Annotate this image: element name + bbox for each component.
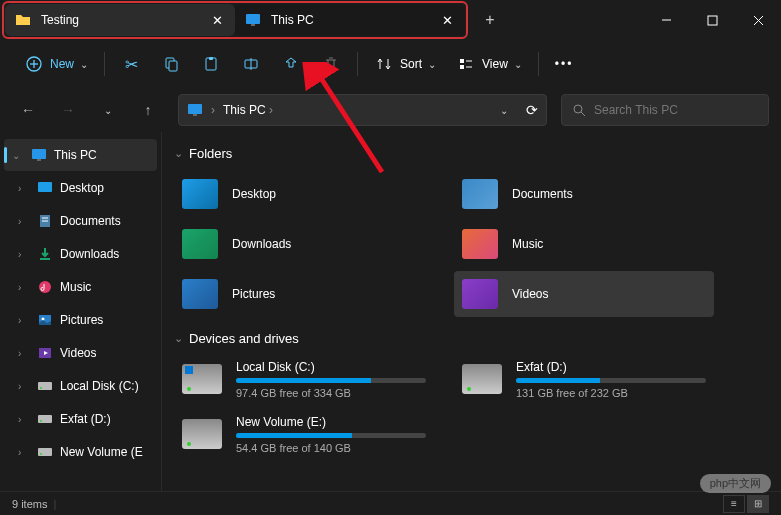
folder-label: Music: [512, 237, 543, 251]
recent-button[interactable]: ⌄: [92, 94, 124, 126]
statusbar: 9 items | ≡ ⊞: [0, 491, 781, 515]
svg-rect-10: [169, 61, 177, 71]
sidebar-item-music[interactable]: › Music: [4, 271, 157, 303]
minimize-button[interactable]: [643, 0, 689, 40]
chevron-icon[interactable]: ›: [18, 414, 30, 425]
sidebar-item-videos[interactable]: › Videos: [4, 337, 157, 369]
tree-label: This PC: [54, 148, 97, 162]
group-label: Devices and drives: [189, 331, 299, 346]
sort-label: Sort: [400, 57, 422, 71]
tiles-view-button[interactable]: ⊞: [747, 495, 769, 513]
chevron-icon[interactable]: ›: [18, 381, 30, 392]
downloads-icon: [36, 245, 54, 263]
sidebar-item-downloads[interactable]: › Downloads: [4, 238, 157, 270]
search-bar[interactable]: [561, 94, 769, 126]
desktop-icon: [36, 179, 54, 197]
sidebar-item-local-disk-c-[interactable]: › Local Disk (C:): [4, 370, 157, 402]
sort-button[interactable]: Sort ⌄: [366, 46, 444, 82]
chevron-icon[interactable]: ›: [18, 447, 30, 458]
folder-documents[interactable]: Documents: [454, 171, 714, 217]
folder-label: Desktop: [232, 187, 276, 201]
address-bar[interactable]: › This PC › ⌄ ⟳: [178, 94, 547, 126]
folder-icon: [462, 229, 498, 259]
chevron-down-icon: ⌄: [174, 147, 183, 160]
up-button[interactable]: ↑: [132, 94, 164, 126]
search-input[interactable]: [594, 103, 758, 117]
close-icon[interactable]: ✕: [439, 12, 455, 28]
svg-rect-36: [38, 415, 52, 423]
folder-label: Downloads: [232, 237, 291, 251]
sidebar-item-exfat-d-[interactable]: › Exfat (D:): [4, 403, 157, 435]
more-button[interactable]: •••: [547, 46, 582, 82]
drive-icon: [182, 364, 222, 394]
sidebar-item-new-volume-e-[interactable]: › New Volume (E: [4, 436, 157, 468]
folder-label: Pictures: [232, 287, 275, 301]
copy-button[interactable]: [153, 46, 189, 82]
separator-icon: ›: [211, 103, 215, 117]
sidebar-item-this-pc[interactable]: ⌄ This PC: [4, 139, 157, 171]
chevron-icon[interactable]: ›: [18, 348, 30, 359]
item-count: 9 items: [12, 498, 47, 510]
chevron-icon[interactable]: ›: [18, 282, 30, 293]
refresh-button[interactable]: ⟳: [526, 102, 538, 118]
chevron-down-icon: ⌄: [174, 332, 183, 345]
chevron-icon[interactable]: ⌄: [12, 150, 24, 161]
close-button[interactable]: [735, 0, 781, 40]
tree-label: Pictures: [60, 313, 103, 327]
view-icon: [456, 54, 476, 74]
view-button[interactable]: View ⌄: [448, 46, 530, 82]
folder-desktop[interactable]: Desktop: [174, 171, 434, 217]
cut-button[interactable]: ✂: [113, 46, 149, 82]
sidebar-item-pictures[interactable]: › Pictures: [4, 304, 157, 336]
close-icon[interactable]: ✕: [209, 12, 225, 28]
new-tab-button[interactable]: +: [470, 11, 510, 29]
view-label: View: [482, 57, 508, 71]
tab-testing[interactable]: Testing ✕: [5, 4, 235, 36]
tab-this-pc[interactable]: This PC ✕: [235, 4, 465, 36]
svg-point-30: [39, 281, 51, 293]
folder-music[interactable]: Music: [454, 221, 714, 267]
folder-downloads[interactable]: Downloads: [174, 221, 434, 267]
svg-point-35: [40, 387, 42, 389]
chevron-icon[interactable]: ›: [18, 183, 30, 194]
share-button[interactable]: [273, 46, 309, 82]
tree-label: Local Disk (C:): [60, 379, 139, 393]
drive-label: Local Disk (C:): [236, 360, 426, 374]
drive-icon: [36, 377, 54, 395]
svg-point-37: [40, 420, 42, 422]
paste-button[interactable]: [193, 46, 229, 82]
main: ⌄ This PC› Desktop› Documents› Downloads…: [0, 132, 781, 491]
chevron-icon[interactable]: ›: [18, 315, 30, 326]
drive-exfat-d-[interactable]: Exfat (D:) 131 GB free of 232 GB: [454, 356, 714, 403]
toolbar: New ⌄ ✂ Sort ⌄ View ⌄ •••: [0, 40, 781, 88]
details-view-button[interactable]: ≡: [723, 495, 745, 513]
maximize-button[interactable]: [689, 0, 735, 40]
chevron-icon[interactable]: ›: [18, 216, 30, 227]
group-drives[interactable]: ⌄ Devices and drives: [174, 331, 769, 346]
group-folders[interactable]: ⌄ Folders: [174, 146, 769, 161]
sidebar-item-desktop[interactable]: › Desktop: [4, 172, 157, 204]
folder-icon: [462, 279, 498, 309]
chevron-icon[interactable]: ›: [18, 249, 30, 260]
new-button[interactable]: New ⌄: [16, 46, 96, 82]
back-button[interactable]: ←: [12, 94, 44, 126]
folder-videos[interactable]: Videos: [454, 271, 714, 317]
address-location[interactable]: This PC ›: [223, 103, 492, 117]
drive-local-disk-c-[interactable]: Local Disk (C:) 97.4 GB free of 334 GB: [174, 356, 434, 403]
divider: [357, 52, 358, 76]
drive-grid: Local Disk (C:) 97.4 GB free of 334 GB E…: [174, 356, 769, 458]
window-controls: [643, 0, 781, 40]
sidebar-item-documents[interactable]: › Documents: [4, 205, 157, 237]
rename-button[interactable]: [233, 46, 269, 82]
chevron-down-icon[interactable]: ⌄: [500, 105, 508, 116]
folder-grid: Desktop Documents Downloads Music Pictur…: [174, 171, 769, 317]
svg-rect-0: [246, 14, 260, 24]
folder-icon: [182, 229, 218, 259]
delete-button[interactable]: [313, 46, 349, 82]
forward-button[interactable]: →: [52, 94, 84, 126]
drive-new-volume-e-[interactable]: New Volume (E:) 54.4 GB free of 140 GB: [174, 411, 434, 458]
folder-label: Videos: [512, 287, 548, 301]
tree-label: Exfat (D:): [60, 412, 111, 426]
content: ⌄ Folders Desktop Documents Downloads Mu…: [162, 132, 781, 491]
folder-pictures[interactable]: Pictures: [174, 271, 434, 317]
